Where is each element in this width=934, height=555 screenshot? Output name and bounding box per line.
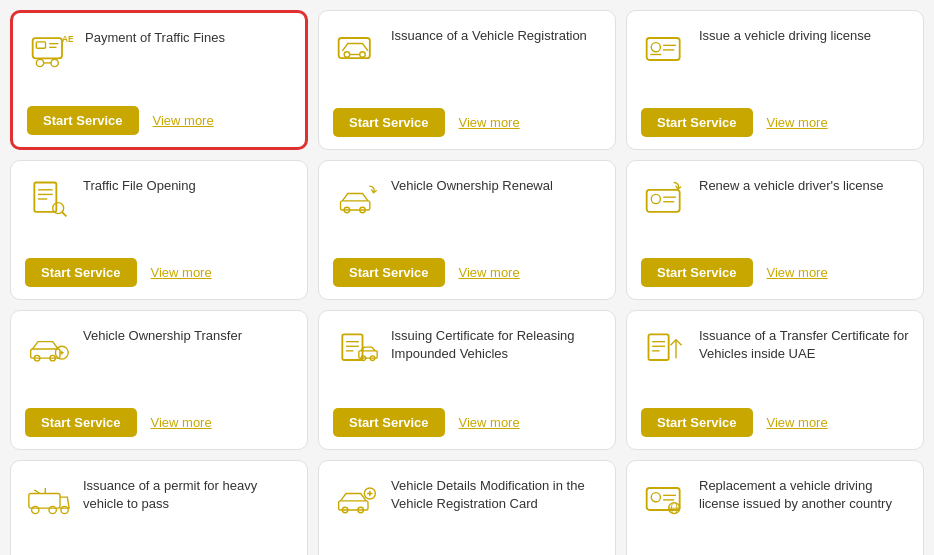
start-service-button-traffic-file-opening[interactable]: Start Service — [25, 258, 137, 287]
modification-icon — [333, 475, 381, 523]
card-top-issuance-vehicle-registration: Issuance of a Vehicle Registration — [333, 25, 601, 94]
start-service-button-issuance-vehicle-registration[interactable]: Start Service — [333, 108, 445, 137]
svg-point-51 — [61, 506, 68, 513]
start-service-button-vehicle-ownership-transfer[interactable]: Start Service — [25, 408, 137, 437]
card-traffic-file-opening: Traffic File Opening Start Service View … — [10, 160, 308, 300]
view-more-link-payment-traffic-fines[interactable]: View more — [153, 113, 214, 128]
card-top-traffic-file-opening: Traffic File Opening — [25, 175, 293, 244]
card-actions-issuing-certificate-impounded: Start Service View more — [333, 408, 601, 437]
card-vehicle-details-modification: Vehicle Details Modification in the Vehi… — [318, 460, 616, 555]
start-service-button-issue-driving-license[interactable]: Start Service — [641, 108, 753, 137]
card-top-vehicle-ownership-transfer: Vehicle Ownership Transfer — [25, 325, 293, 394]
foreign-license-icon — [641, 475, 689, 523]
vehicle-reg-icon — [333, 25, 381, 73]
start-service-button-vehicle-ownership-renewal[interactable]: Start Service — [333, 258, 445, 287]
start-service-button-renew-driver-license[interactable]: Start Service — [641, 258, 753, 287]
card-title-payment-traffic-fines: Payment of Traffic Fines — [85, 29, 225, 47]
card-vehicle-ownership-transfer: Vehicle Ownership Transfer Start Service… — [10, 310, 308, 450]
svg-point-50 — [49, 506, 56, 513]
start-service-button-payment-traffic-fines[interactable]: Start Service — [27, 106, 139, 135]
svg-point-6 — [51, 59, 58, 66]
svg-rect-1 — [36, 42, 45, 48]
card-vehicle-ownership-renewal: Vehicle Ownership Renewal Start Service … — [318, 160, 616, 300]
card-title-traffic-file-opening: Traffic File Opening — [83, 177, 196, 195]
card-transfer-certificate-uae: Issuance of a Transfer Certificate for V… — [626, 310, 924, 450]
view-more-link-vehicle-ownership-renewal[interactable]: View more — [459, 265, 520, 280]
card-top-payment-traffic-fines: AED Payment of Traffic Fines — [27, 27, 291, 92]
ownership-renewal-icon — [333, 175, 381, 223]
card-actions-issue-driving-license: Start Service View more — [641, 108, 909, 137]
card-title-replacement-foreign-license: Replacement a vehicle driving license is… — [699, 477, 909, 513]
card-payment-traffic-fines: AED Payment of Traffic Fines Start Servi… — [10, 10, 308, 150]
card-actions-traffic-file-opening: Start Service View more — [25, 258, 293, 287]
card-actions-vehicle-ownership-transfer: Start Service View more — [25, 408, 293, 437]
transfer-cert-icon — [641, 325, 689, 373]
card-top-permit-heavy-vehicle: Issuance of a permit for heavy vehicle t… — [25, 475, 293, 544]
card-top-issue-driving-license: Issue a vehicle driving license — [641, 25, 909, 94]
svg-rect-43 — [649, 334, 669, 360]
svg-point-10 — [360, 52, 366, 58]
card-title-permit-heavy-vehicle: Issuance of a permit for heavy vehicle t… — [83, 477, 293, 513]
card-title-vehicle-ownership-transfer: Vehicle Ownership Transfer — [83, 327, 242, 345]
card-permit-heavy-vehicle: Issuance of a permit for heavy vehicle t… — [10, 460, 308, 555]
card-issuance-vehicle-registration: Issuance of a Vehicle Registration Start… — [318, 10, 616, 150]
svg-point-27 — [651, 194, 660, 203]
view-more-link-renew-driver-license[interactable]: View more — [767, 265, 828, 280]
card-actions-payment-traffic-fines: Start Service View more — [27, 106, 291, 135]
view-more-link-issuance-vehicle-registration[interactable]: View more — [459, 115, 520, 130]
svg-text:AED: AED — [62, 35, 73, 44]
view-more-link-issue-driving-license[interactable]: View more — [767, 115, 828, 130]
card-top-vehicle-ownership-renewal: Vehicle Ownership Renewal — [333, 175, 601, 244]
card-top-transfer-certificate-uae: Issuance of a Transfer Certificate for V… — [641, 325, 909, 394]
start-service-button-issuing-certificate-impounded[interactable]: Start Service — [333, 408, 445, 437]
start-service-button-transfer-certificate-uae[interactable]: Start Service — [641, 408, 753, 437]
traffic-file-icon — [25, 175, 73, 223]
card-title-transfer-certificate-uae: Issuance of a Transfer Certificate for V… — [699, 327, 909, 363]
view-more-link-issuing-certificate-impounded[interactable]: View more — [459, 415, 520, 430]
svg-point-9 — [344, 52, 350, 58]
card-top-issuing-certificate-impounded: Issuing Certificate for Releasing Impoun… — [333, 325, 601, 394]
renew-license-icon — [641, 175, 689, 223]
svg-line-22 — [62, 212, 67, 217]
svg-point-60 — [368, 492, 371, 495]
card-top-vehicle-details-modification: Vehicle Details Modification in the Vehi… — [333, 475, 601, 544]
view-more-link-transfer-certificate-uae[interactable]: View more — [767, 415, 828, 430]
card-actions-renew-driver-license: Start Service View more — [641, 258, 909, 287]
driving-license-icon — [641, 25, 689, 73]
service-grid: AED Payment of Traffic Fines Start Servi… — [10, 10, 924, 555]
svg-rect-48 — [29, 494, 60, 509]
card-top-renew-driver-license: Renew a vehicle driver's license — [641, 175, 909, 244]
view-more-link-vehicle-ownership-transfer[interactable]: View more — [151, 415, 212, 430]
card-title-vehicle-details-modification: Vehicle Details Modification in the Vehi… — [391, 477, 601, 513]
card-renew-driver-license: Renew a vehicle driver's license Start S… — [626, 160, 924, 300]
card-actions-vehicle-ownership-renewal: Start Service View more — [333, 258, 601, 287]
card-actions-transfer-certificate-uae: Start Service View more — [641, 408, 909, 437]
ownership-transfer-icon — [25, 325, 73, 373]
traffic-fines-icon: AED — [27, 27, 75, 75]
card-title-issuance-vehicle-registration: Issuance of a Vehicle Registration — [391, 27, 587, 45]
card-actions-issuance-vehicle-registration: Start Service View more — [333, 108, 601, 137]
card-top-replacement-foreign-license: Replacement a vehicle driving license is… — [641, 475, 909, 544]
card-title-issuing-certificate-impounded: Issuing Certificate for Releasing Impoun… — [391, 327, 601, 363]
view-more-link-traffic-file-opening[interactable]: View more — [151, 265, 212, 280]
card-replacement-foreign-license: Replacement a vehicle driving license is… — [626, 460, 924, 555]
card-title-vehicle-ownership-renewal: Vehicle Ownership Renewal — [391, 177, 553, 195]
card-issue-driving-license: Issue a vehicle driving license Start Se… — [626, 10, 924, 150]
svg-point-62 — [651, 493, 660, 502]
svg-point-49 — [32, 506, 39, 513]
heavy-vehicle-icon — [25, 475, 73, 523]
card-title-renew-driver-license: Renew a vehicle driver's license — [699, 177, 884, 195]
impounded-icon — [333, 325, 381, 373]
card-title-issue-driving-license: Issue a vehicle driving license — [699, 27, 871, 45]
card-issuing-certificate-impounded: Issuing Certificate for Releasing Impoun… — [318, 310, 616, 450]
svg-point-5 — [36, 59, 43, 66]
svg-point-13 — [651, 43, 660, 52]
